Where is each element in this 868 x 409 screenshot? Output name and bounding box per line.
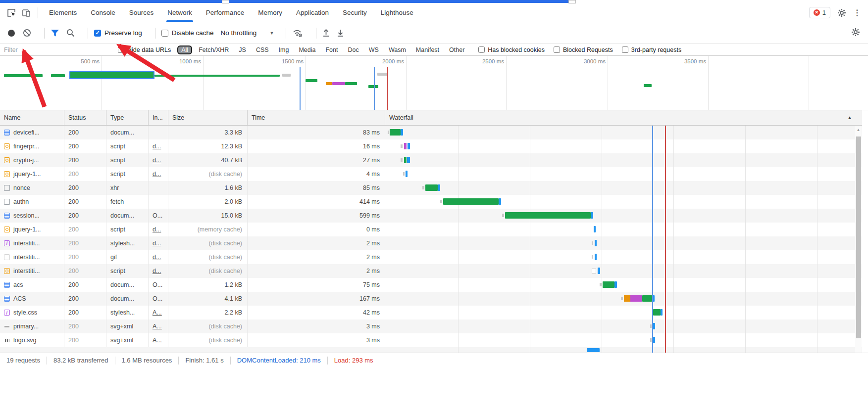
table-row-crypto-j-2[interactable]: crypto-j...200scriptd...40.7 kB27 ms [0,153,862,167]
status-cell: 200 [64,306,106,319]
chip-css[interactable]: CSS [253,46,272,54]
table-row-acs-12[interactable]: ACS200docum...O...4.1 kB167 ms [0,292,862,306]
initiator-cell: O... [149,209,168,223]
chip-img[interactable]: Img [275,46,293,54]
checkbox-3rd-party-requests[interactable] [622,46,628,53]
tab-performance[interactable]: Performance [199,3,251,22]
hide-data-urls-checkbox[interactable] [118,46,124,53]
initiator-cell[interactable]: A... [149,306,168,319]
chip-wasm[interactable]: Wasm [385,46,409,54]
table-row-interstiti-9[interactable]: interstiti...200gifd...(disk cache)2 ms [0,250,862,264]
table-row-style-css-13[interactable]: style.css200stylesh...A...2.2 kB42 ms [0,306,862,319]
initiator-cell[interactable]: A... [149,333,168,347]
error-badge[interactable]: ✕ 1 [809,7,830,18]
table-row-devicefi-0[interactable]: devicefi...200docum...3.3 kB83 ms [0,126,862,139]
waterfall-bar-blue [661,309,663,316]
table-row-jquery-1-3[interactable]: jquery-1...200scriptd...(disk cache)4 ms [0,167,862,181]
waterfall-bar-magenta [630,295,642,302]
initiator-cell[interactable]: d... [149,236,168,250]
clear-icon[interactable] [23,29,31,37]
scrollbar-up-icon[interactable]: ▲ [855,126,862,132]
filter-input[interactable] [0,45,118,55]
timeline-tick-label: 2500 ms [469,58,504,64]
chip-other[interactable]: Other [446,46,468,54]
toolbar-separator4 [286,28,286,39]
overview-bar-selected [69,71,154,79]
partially-visible-row[interactable] [0,347,862,353]
column-header-type[interactable]: Type [106,110,149,125]
script-icon [4,268,10,274]
network-settings-gear-icon[interactable] [851,28,860,37]
column-header-waterfall[interactable]: Waterfall [385,110,862,125]
initiator-cell[interactable]: d... [149,153,168,167]
tab-elements[interactable]: Elements [42,3,84,22]
tab-memory[interactable]: Memory [251,3,289,22]
chip-all[interactable]: All [177,45,192,54]
column-header-size[interactable]: Size [168,110,248,125]
network-overview[interactable]: 500 ms1000 ms1500 ms2000 ms2500 ms3000 m… [0,56,868,110]
initiator-cell[interactable]: A... [149,319,168,333]
network-conditions-icon[interactable] [292,29,303,38]
chip-manifest[interactable]: Manifest [412,46,443,54]
export-har-icon[interactable] [337,29,344,37]
inspect-element-icon[interactable] [6,7,17,18]
table-row-primary-14[interactable]: primary...200svg+xmlA...(disk cache)3 ms [0,319,862,333]
table-row-authn-5[interactable]: authn200fetch2.0 kB414 ms [0,195,862,209]
status-cell: 200 [64,209,106,223]
settings-gear-icon[interactable] [837,8,846,17]
chip-media[interactable]: Media [295,46,319,54]
table-row-logo-svg-15[interactable]: logo.svg200svg+xmlA...(disk cache)3 ms [0,333,862,347]
initiator-cell[interactable]: d... [149,139,168,153]
tab-application[interactable]: Application [289,3,336,22]
table-row-jquery-1-7[interactable]: jquery-1...200scriptd...(memory cache)0 … [0,223,862,236]
vertical-scrollbar[interactable]: ▲ [855,126,862,353]
waterfall-bar-green [425,184,438,191]
initiator-cell[interactable]: d... [149,167,168,181]
filter-option-3rd-party-requests: 3rd-party requests [622,46,681,53]
tab-network[interactable]: Network [160,3,199,22]
initiator-cell[interactable]: d... [149,264,168,278]
preserve-log-checkbox[interactable] [94,30,101,37]
chip-js[interactable]: JS [235,46,250,54]
time-cell: 83 ms [248,126,385,139]
waterfall-bar-blue [595,240,597,246]
record-button[interactable] [8,30,15,37]
kebab-menu-icon[interactable]: ⋮ [853,8,861,17]
table-row-nonce-4[interactable]: nonce200xhr1.6 kB85 ms [0,181,862,195]
tab-security[interactable]: Security [336,3,374,22]
table-row-interstiti-10[interactable]: interstiti...200scriptd...(disk cache)2 … [0,264,862,278]
checkbox-blocked-requests[interactable] [554,46,560,53]
column-header-in[interactable]: In... [149,110,168,125]
disable-cache-checkbox[interactable] [161,30,168,37]
timeline-gridline [809,56,809,110]
scrollbar-thumb[interactable] [856,136,861,338]
table-row-interstiti-8[interactable]: interstiti...200stylesh...d...(disk cach… [0,236,862,250]
script-icon [4,171,10,177]
column-header-time[interactable]: Time [248,110,385,125]
column-header-name[interactable]: Name [0,110,64,125]
table-row-session-6[interactable]: session...200docum...O...15.0 kB599 ms [0,209,862,223]
overview-bar-green [154,75,280,77]
table-row-fingerpr-1[interactable]: fingerpr...200scriptd...12.3 kB16 ms [0,139,862,153]
status-cell: 200 [64,333,106,347]
waterfall-bar-graybox [592,269,596,273]
chip-doc[interactable]: Doc [345,46,362,54]
initiator-cell[interactable]: d... [149,223,168,236]
throttling-select[interactable]: No throttling ▼ [221,29,274,37]
tab-lighthouse[interactable]: Lighthouse [374,3,420,22]
tab-sources[interactable]: Sources [122,3,161,22]
initiator-cell[interactable]: d... [149,250,168,264]
sort-ascending-icon[interactable]: ▲ [847,115,852,120]
column-header-status[interactable]: Status [64,110,106,125]
tab-console[interactable]: Console [84,3,122,22]
filter-funnel-icon[interactable] [51,29,59,37]
device-toolbar-icon[interactable] [21,7,32,18]
import-har-icon[interactable] [322,29,330,37]
table-row-acs-11[interactable]: acs200docum...O...1.2 kB75 ms [0,278,862,292]
chip-ws[interactable]: WS [365,46,382,54]
chip-font[interactable]: Font [322,46,341,54]
search-icon[interactable] [66,29,75,37]
checkbox-has-blocked-cookies[interactable] [478,46,485,53]
request-name: jquery-1... [13,226,41,233]
chip-fetch-xhr[interactable]: Fetch/XHR [195,46,232,54]
